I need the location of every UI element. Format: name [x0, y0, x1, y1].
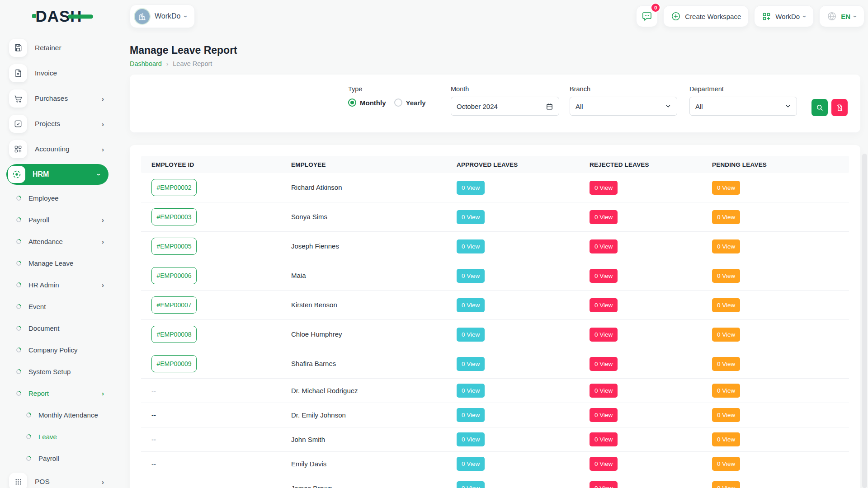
app-logo[interactable]: DASH: [35, 7, 82, 25]
approved-view-button[interactable]: 0 View: [457, 239, 485, 253]
approved-view-button[interactable]: 0 View: [457, 328, 485, 342]
rejected-view-button[interactable]: 0 View: [590, 210, 618, 224]
pending-view-button[interactable]: 0 View: [712, 328, 740, 342]
messages-button[interactable]: 0: [636, 5, 658, 27]
employee-id-chip[interactable]: #EMP00008: [151, 326, 197, 343]
radio-yearly-label: Yearly: [406, 99, 426, 107]
sidebar-item-projects[interactable]: Projects ›: [0, 111, 118, 136]
rejected-view-button[interactable]: 0 View: [590, 328, 618, 342]
employee-id-chip[interactable]: #EMP00007: [151, 296, 197, 314]
sidebar-item-label: Payroll: [38, 455, 59, 462]
rejected-view-button[interactable]: 0 View: [590, 432, 618, 446]
pending-view-button[interactable]: 0 View: [712, 298, 740, 312]
pending-view-button[interactable]: 0 View: [712, 181, 740, 195]
approved-view-button[interactable]: 0 View: [457, 432, 485, 446]
breadcrumb-dashboard-link[interactable]: Dashboard: [130, 60, 162, 67]
bullet-icon: [15, 346, 22, 353]
employee-id-chip[interactable]: #EMP00003: [151, 208, 197, 225]
sidebar-item-system-setup[interactable]: System Setup: [0, 361, 118, 382]
pending-view-button[interactable]: 0 View: [712, 357, 740, 371]
reset-filter-button[interactable]: [831, 99, 848, 116]
pending-view-button[interactable]: 0 View: [712, 269, 740, 283]
rejected-view-button[interactable]: 0 View: [590, 181, 618, 195]
sidebar-item-company-policy[interactable]: Company Policy: [0, 339, 118, 361]
approved-view-button[interactable]: 0 View: [457, 269, 485, 283]
employee-id-chip[interactable]: #EMP00002: [151, 179, 197, 196]
sidebar-item-document[interactable]: Document: [0, 317, 118, 339]
rejected-view-button[interactable]: 0 View: [590, 239, 618, 253]
branch-select[interactable]: All: [570, 97, 677, 116]
bullet-icon: [15, 389, 22, 396]
sidebar-item-monthly-attendance[interactable]: Monthly Attendance: [0, 404, 118, 426]
pending-view-button[interactable]: 0 View: [712, 457, 740, 471]
check-square-icon: [9, 115, 27, 133]
sidebar-item-accounting[interactable]: Accounting ›: [0, 136, 118, 162]
sidebar-item-label: Company Policy: [28, 346, 77, 354]
sidebar-item-report[interactable]: Report ›: [0, 382, 118, 404]
sidebar-item-leave[interactable]: Leave: [0, 426, 118, 447]
approved-view-button[interactable]: 0 View: [457, 181, 485, 195]
sidebar-item-invoice[interactable]: Invoice: [0, 61, 118, 86]
create-workspace-button[interactable]: Create Workspace: [663, 5, 749, 27]
rejected-view-button[interactable]: 0 View: [590, 384, 618, 398]
workspace-button[interactable]: WorkDo ›: [130, 5, 195, 28]
pending-view-button[interactable]: 0 View: [712, 481, 740, 488]
table-row: #EMP00008 Chloe Humphrey 0 View 0 View 0…: [141, 320, 849, 349]
search-icon: [816, 103, 824, 112]
employee-id-chip[interactable]: #EMP00009: [151, 355, 197, 372]
search-button[interactable]: [811, 99, 828, 116]
rejected-view-button[interactable]: 0 View: [590, 269, 618, 283]
rejected-view-button[interactable]: 0 View: [590, 357, 618, 371]
approved-view-button[interactable]: 0 View: [457, 384, 485, 398]
pending-view-button[interactable]: 0 View: [712, 239, 740, 253]
sidebar-item-manage-leave[interactable]: Manage Leave: [0, 252, 118, 274]
sidebar-item-report-payroll[interactable]: Payroll: [0, 447, 118, 469]
bullet-icon: [15, 368, 22, 375]
sidebar-item-payroll[interactable]: Payroll ›: [0, 209, 118, 230]
rejected-view-button[interactable]: 0 View: [590, 457, 618, 471]
sidebar-item-purchases[interactable]: Purchases ›: [0, 86, 118, 111]
employee-id-empty: --: [151, 460, 156, 468]
page-scrollbar[interactable]: [862, 154, 867, 488]
workspace-switcher[interactable]: WorkDo ›: [754, 5, 814, 27]
bullet-icon: [15, 281, 22, 288]
month-value: October 2024: [457, 103, 498, 110]
sidebar-item-pos[interactable]: POS ›: [0, 469, 118, 488]
month-input[interactable]: October 2024: [451, 97, 559, 116]
approved-view-button[interactable]: 0 View: [457, 481, 485, 488]
pending-view-button[interactable]: 0 View: [712, 432, 740, 446]
approved-view-button[interactable]: 0 View: [457, 357, 485, 371]
sidebar-item-employee[interactable]: Employee: [0, 187, 118, 209]
employee-name: James Brown: [291, 484, 332, 488]
radio-monthly[interactable]: Monthly: [348, 99, 386, 107]
approved-view-button[interactable]: 0 View: [457, 457, 485, 471]
table-row: #EMP00003 Sonya Sims 0 View 0 View 0 Vie…: [141, 202, 849, 232]
pending-view-button[interactable]: 0 View: [712, 384, 740, 398]
pending-view-button[interactable]: 0 View: [712, 210, 740, 224]
pending-view-button[interactable]: 0 View: [712, 408, 740, 422]
leave-report-table: EMPLOYEE ID EMPLOYEE APPROVED LEAVES REJ…: [130, 145, 860, 488]
sidebar-item-hrm[interactable]: HRM ›: [6, 164, 108, 185]
radio-yearly[interactable]: Yearly: [394, 99, 426, 107]
approved-view-button[interactable]: 0 View: [457, 408, 485, 422]
approved-view-button[interactable]: 0 View: [457, 210, 485, 224]
sidebar-item-retainer[interactable]: Retainer: [0, 35, 118, 61]
employee-name: John Smith: [291, 436, 325, 443]
employee-name: Joseph Fiennes: [291, 242, 339, 250]
employee-id-chip[interactable]: #EMP00005: [151, 238, 197, 255]
language-selector[interactable]: EN ›: [819, 5, 864, 27]
chevron-down-icon: [785, 103, 791, 109]
sidebar-item-event[interactable]: Event: [0, 296, 118, 317]
approved-view-button[interactable]: 0 View: [457, 298, 485, 312]
breadcrumb: Dashboard › Leave Report: [130, 60, 860, 67]
sidebar-item-hr-admin[interactable]: HR Admin ›: [0, 274, 118, 296]
sidebar-item-label: Projects: [35, 120, 60, 128]
rejected-view-button[interactable]: 0 View: [590, 408, 618, 422]
grid-plus-icon: [9, 140, 27, 158]
chat-icon: [642, 11, 652, 22]
rejected-view-button[interactable]: 0 View: [590, 481, 618, 488]
department-select[interactable]: All: [689, 97, 797, 116]
sidebar-item-attendance[interactable]: Attendance ›: [0, 230, 118, 252]
rejected-view-button[interactable]: 0 View: [590, 298, 618, 312]
employee-id-chip[interactable]: #EMP00006: [151, 267, 197, 284]
